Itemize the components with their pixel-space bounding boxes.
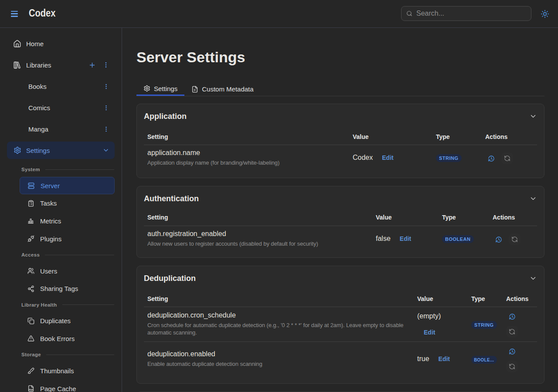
svg-text:PDF: PDF (28, 389, 33, 391)
